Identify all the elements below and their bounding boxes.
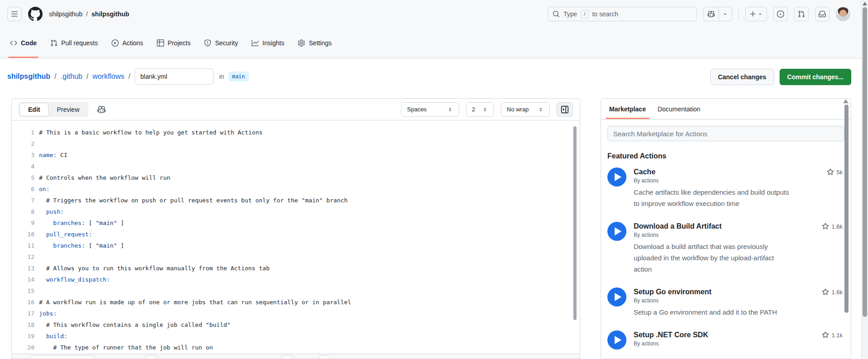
copilot-dropdown-caret[interactable] (718, 7, 732, 21)
editor-scrollbar[interactable] (573, 126, 577, 320)
git-pull-request-icon (798, 10, 805, 18)
filename-input[interactable] (135, 68, 213, 85)
repo-tab-actions[interactable]: Actions (107, 28, 148, 58)
context-repo-link[interactable]: shilpsgithub (92, 10, 129, 18)
wrap-mode-value: No wrap (507, 106, 529, 113)
graph-icon (252, 39, 259, 47)
code-line[interactable]: 4 (12, 161, 580, 172)
panel-scrollbar[interactable] (844, 105, 849, 313)
repo-tab-label: Actions (122, 39, 143, 47)
page-scroll-up-arrow[interactable] (863, 2, 867, 5)
breadcrumb-separator: / (54, 72, 56, 81)
action-author: By actions (634, 232, 815, 238)
indent-mode-value: Spaces (407, 106, 427, 113)
marketplace-action-item[interactable]: CacheBy actionsCache artifacts like depe… (604, 168, 843, 209)
copilot-button[interactable] (703, 7, 732, 21)
page-scrollbar-track (861, 0, 868, 359)
code-line[interactable]: 14 workflow_dispatch: (12, 274, 580, 285)
repo-tab-security[interactable]: Security (199, 28, 242, 58)
action-play-icon (607, 287, 626, 306)
code-line[interactable]: 9 branches: [ "main" ] (12, 217, 580, 229)
line-number: 11 (12, 242, 34, 249)
action-star-count: 1.6k (822, 287, 843, 318)
marketplace-action-item[interactable]: Setup .NET Core SDKBy actions1.1k (604, 330, 843, 349)
wrap-mode-select[interactable]: No wrap (501, 102, 550, 117)
tab-edit[interactable]: Edit (19, 103, 48, 116)
line-number: 9 (12, 220, 34, 226)
copilot-editor-button[interactable] (96, 104, 107, 115)
github-logo-icon[interactable] (28, 7, 43, 21)
indent-mode-select[interactable]: Spaces (401, 102, 459, 117)
line-number: 2 (12, 140, 34, 147)
code-line-text: # Triggers the workflow on push or pull … (39, 195, 348, 206)
code-line[interactable]: 12 (12, 251, 580, 263)
code-line[interactable]: 18 # This workflow contains a single job… (12, 319, 580, 330)
code-line[interactable]: 7 # Triggers the workflow on push or pul… (12, 195, 580, 206)
repo-tab-code[interactable]: Code (5, 28, 41, 58)
three-bars-icon (11, 10, 18, 18)
featured-actions-heading: Featured Actions (607, 152, 844, 160)
marketplace-action-item[interactable]: Download a Build ArtifactBy actionsDownl… (604, 222, 843, 275)
marketplace-search-input[interactable] (607, 126, 844, 141)
action-title[interactable]: Setup Go environment (634, 287, 815, 297)
code-line[interactable]: 13 # Allows you to run this workflow man… (12, 263, 580, 274)
code-editor-textarea[interactable]: 1# This is a basic workflow to help you … (12, 120, 580, 354)
code-line-text: workflow_dispatch: (39, 274, 110, 285)
action-title[interactable]: Cache (634, 168, 820, 177)
code-line[interactable]: 19 build: (12, 330, 580, 342)
star-icon (822, 223, 829, 230)
code-line-text: name: CI (39, 149, 68, 161)
repo-tab-settings[interactable]: Settings (293, 28, 336, 58)
issues-button[interactable] (773, 7, 788, 21)
indent-size-select[interactable]: 2 (466, 102, 494, 117)
code-line[interactable]: 20 # The type of runner that the job wil… (12, 342, 580, 353)
breadcrumb-separator: / (128, 72, 130, 81)
code-line[interactable]: 5# Controls when the workflow will run (12, 172, 580, 183)
action-play-icon (607, 222, 626, 241)
code-line[interactable]: 6on: (12, 183, 580, 195)
hamburger-menu-button[interactable] (7, 7, 22, 21)
action-title[interactable]: Download a Build Artifact (634, 222, 815, 231)
code-line[interactable]: 8 push: (12, 206, 580, 217)
tab-preview[interactable]: Preview (48, 103, 87, 116)
collapse-sidebar-button[interactable] (557, 102, 573, 117)
marketplace-action-item[interactable]: Setup Go environmentBy actionsSetup a Go… (604, 287, 843, 318)
code-line[interactable]: 1# This is a basic workflow to help you … (12, 127, 580, 138)
branch-badge[interactable]: main (228, 72, 249, 81)
cancel-changes-button[interactable]: Cancel changes (710, 69, 774, 85)
code-icon (10, 39, 17, 47)
create-new-button[interactable] (745, 7, 767, 21)
action-title[interactable]: Setup .NET Core SDK (634, 330, 815, 340)
gear-icon (298, 39, 305, 47)
code-line[interactable]: 3name: CI (12, 149, 580, 161)
user-avatar[interactable] (836, 7, 850, 21)
code-line[interactable]: 17jobs: (12, 308, 580, 319)
repo-tab-insights[interactable]: Insights (247, 28, 289, 58)
commit-changes-button[interactable]: Commit changes... (780, 69, 851, 85)
breadcrumb-segment-link[interactable]: .github (61, 72, 82, 81)
inbox-button[interactable] (815, 7, 829, 21)
code-line[interactable]: 16# A workflow run is made up of one or … (12, 297, 580, 308)
pull-requests-button[interactable] (794, 7, 809, 21)
code-line[interactable]: 11 branches: [ "main" ] (12, 240, 580, 251)
repo-tab-label: Projects (168, 39, 191, 47)
context-owner-link[interactable]: shilpsgithub (49, 10, 82, 18)
play-icon (112, 39, 119, 47)
repo-tab-label: Insights (262, 39, 284, 47)
search-placeholder-suffix: to search (592, 10, 618, 18)
editor-toolbar: Edit Preview Spaces 2 No wrap (12, 99, 580, 120)
breadcrumb-repo-link[interactable]: shilpsgithub (7, 72, 50, 81)
breadcrumb-segment-link[interactable]: workflows (92, 72, 124, 81)
code-line[interactable]: 10 pull_request: (12, 229, 580, 240)
code-line[interactable]: 15 (12, 285, 580, 297)
line-number: 6 (12, 186, 34, 192)
page-scrollbar[interactable] (863, 7, 867, 317)
tab-documentation[interactable]: Documentation (653, 99, 705, 119)
panel-scroll-up-arrow[interactable] (843, 99, 849, 103)
repo-tab-pull-requests[interactable]: Pull requests (46, 28, 102, 58)
code-line-text: build: (39, 330, 68, 342)
global-search-input[interactable]: Type / to search (548, 7, 697, 21)
tab-marketplace[interactable]: Marketplace (605, 99, 650, 119)
repo-tab-projects[interactable]: Projects (152, 28, 195, 58)
code-line[interactable]: 2 (12, 138, 580, 149)
